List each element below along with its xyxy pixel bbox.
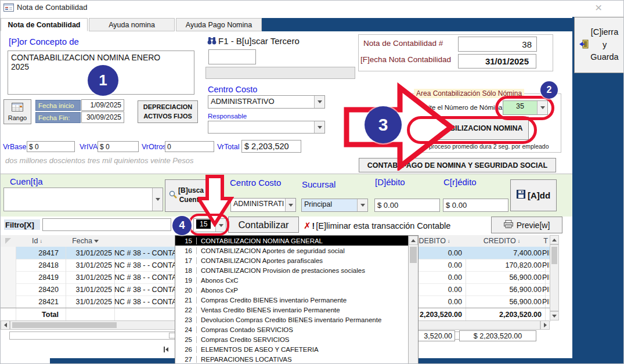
eliminar-label: [E]liminar esta transacción Contable: [316, 221, 450, 230]
vriva-field[interactable]: $ 0: [98, 141, 139, 152]
dropdown-item[interactable]: 16CONTABILIZACION Aportes de seguridad s…: [175, 246, 409, 255]
dropdown-item[interactable]: 19Abonos CxC: [175, 275, 409, 285]
scroll-down-button[interactable]: [550, 311, 559, 320]
delete-x-icon: ✗: [304, 221, 311, 231]
annotation-oval-tipo-combo: [189, 214, 229, 236]
nota-contabilidad-window: Nota de Contabilidad × Nota de Contabili…: [0, 0, 624, 364]
vriva-label: VrIVA: [80, 143, 98, 151]
annotation-step-4: 4: [172, 216, 192, 235]
dropdown-scrollbar[interactable]: [408, 236, 418, 364]
filtro-label: Filtro[X]: [4, 219, 40, 230]
debito-field[interactable]: $ 0.00: [374, 199, 440, 212]
centro-costo-label-2: Centro Costo: [230, 178, 281, 188]
fecha-inicio-field[interactable]: 1/09/2025: [81, 99, 124, 111]
cuenta-combo[interactable]: [3, 188, 163, 211]
filter-icon: [94, 240, 99, 243]
scroll-up-button[interactable]: [550, 235, 559, 244]
dropdown-item[interactable]: 24Compras Contado SERVICIOS: [175, 325, 409, 334]
dropdown-item[interactable]: 20Abonos CxP: [175, 285, 409, 295]
vertical-scrollbar[interactable]: [550, 244, 559, 311]
fecha-inicio-label: Fecha inicio: [35, 100, 81, 111]
preview-label: Previe[w]: [517, 221, 550, 230]
nota-numero-field[interactable]: 38: [458, 37, 537, 52]
close-icon[interactable]: ×: [595, 1, 602, 15]
dropdown-scroll-up[interactable]: [409, 236, 418, 245]
vrbase-label: VrBase: [3, 143, 27, 151]
form-icon: [3, 3, 14, 12]
col-header-id[interactable]: Id↓: [16, 235, 59, 247]
nota-fecha-field[interactable]: 31/01/2025: [458, 54, 536, 69]
dropdown-item[interactable]: 18CONTABILIZACION Provision de prestacio…: [175, 265, 409, 275]
chevron-down-icon[interactable]: [314, 96, 324, 108]
valor-en-letras: dos millones doscientos tres mil quinien…: [5, 156, 193, 165]
annotation-step-1: 1: [88, 65, 118, 96]
binoculars-icon: [207, 37, 217, 47]
chevron-down-icon[interactable]: [285, 199, 295, 211]
vrtotal-field[interactable]: $ 2,203,520: [241, 140, 301, 153]
dropdown-item[interactable]: 15CONTABILIZACION NOMINA GENERAL: [175, 236, 409, 246]
tab-ayuda-nomina[interactable]: Ayuda nomina: [89, 18, 175, 31]
fecha-fin-field[interactable]: 30/09/2025: [81, 111, 124, 123]
vrotros-label: VrOtros: [142, 143, 167, 151]
add-button[interactable]: [A]dd: [510, 179, 557, 211]
col-header-credito[interactable]: CREDITO↓: [462, 235, 542, 247]
chevron-down-icon[interactable]: [314, 121, 324, 133]
dropdown-item[interactable]: 17CONTABILIZACION Aportes parafiscales: [175, 255, 409, 265]
scroll-right-button[interactable]: [540, 320, 550, 330]
vrotros-field[interactable]: 0: [165, 141, 214, 152]
tab-ayuda-pago-nomina[interactable]: Ayuda Pago Nomina: [176, 18, 262, 31]
sort-icon: ↓: [448, 238, 450, 244]
credito-field[interactable]: $ 0.00: [443, 199, 508, 212]
dropdown-item[interactable]: 23Devolucion Compras Credito BIENES inve…: [175, 315, 409, 325]
cuenta-label: Cuen[t]a: [10, 176, 43, 186]
nota-fecha-label: [F]echa Nota Contabilidad: [360, 55, 451, 64]
eliminar-transaccion-button[interactable]: ✗! [E]liminar esta transacción Contable: [304, 219, 450, 232]
col-header-fecha[interactable]: Fecha: [59, 235, 113, 247]
floppy-disk-icon: [517, 190, 525, 201]
tercero-codigo-input[interactable]: [208, 49, 256, 64]
scroll-left-button[interactable]: [1, 320, 10, 330]
dropdown-item[interactable]: 27REPARACIONES LOCATIVAS: [175, 354, 409, 364]
table-corner-cell[interactable]: [1, 235, 16, 247]
tercero-nombre-field: [205, 67, 355, 79]
buscar-tercero-label: F1 - B[u]scar Tercero: [218, 36, 300, 46]
printer-icon: [504, 220, 513, 230]
responsable-combo[interactable]: [208, 121, 325, 134]
tab-nota-de-contabilidad[interactable]: Nota de Contabilidad: [1, 18, 88, 31]
cierra-y-guarda-label: [C]ierra y Guarda: [590, 26, 618, 64]
rango-label: Rango: [8, 114, 27, 121]
dropdown-item[interactable]: 22Ventas Credito BIENES inventario Perma…: [175, 305, 409, 315]
dropdown-item[interactable]: 21Compras Credito BIENES inventario Perm…: [175, 295, 409, 305]
centro-costo-label: Centro Costo: [208, 85, 257, 94]
cierra-y-guarda-button[interactable]: [C]ierra y Guarda: [574, 17, 624, 73]
vrtotal-label: VrTotal: [217, 143, 239, 151]
first-record-icon[interactable]: [164, 345, 173, 354]
chevron-down-icon[interactable]: [357, 199, 367, 211]
annotation-step-3: 3: [365, 106, 402, 143]
depreciacion-activos-fijos-button[interactable]: DEPRECIACION ACTIVOS FIJOS: [138, 100, 198, 123]
delete-bang-icon: !: [312, 221, 315, 230]
sucursal-combo[interactable]: Principal: [301, 199, 368, 212]
preview-button[interactable]: Previe[w]: [491, 217, 562, 233]
dropdown-item[interactable]: 26ELEMENTOS DE ASEO Y CAFETERIA: [175, 344, 409, 354]
window-title: Nota de Contabilidad: [17, 3, 87, 12]
annotation-oval-contabilizacion-button: [407, 116, 537, 144]
sort-icon: ↓: [39, 238, 42, 244]
sort-icon: ↓: [518, 238, 521, 244]
col-header-t[interactable]: T: [542, 235, 550, 247]
contabilizar-button[interactable]: Contabilizar: [228, 217, 299, 233]
centro-costo-combo[interactable]: ADMINISTRATIVO: [208, 95, 325, 109]
vrbase-field[interactable]: $ 0: [27, 141, 75, 152]
centro-costo-combo-2[interactable]: ADMINISTRATI: [230, 198, 296, 212]
responsable-label: Responsable: [208, 113, 247, 120]
fecha-fin-label: Fecha Fin:: [35, 112, 81, 123]
chevron-down-icon[interactable]: [152, 188, 163, 211]
magnifier-icon: [169, 190, 177, 201]
annotation-step-2: 2: [540, 81, 558, 99]
filtro-input[interactable]: [42, 218, 171, 231]
dropdown-item[interactable]: 25Compras Credito SERVICIOS: [175, 334, 409, 344]
total-credito-footer: $ 2,203,520.00: [459, 330, 536, 341]
add-label: [A]dd: [528, 190, 550, 200]
rango-button[interactable]: Rango: [3, 99, 31, 124]
exit-door-icon: [579, 39, 589, 51]
